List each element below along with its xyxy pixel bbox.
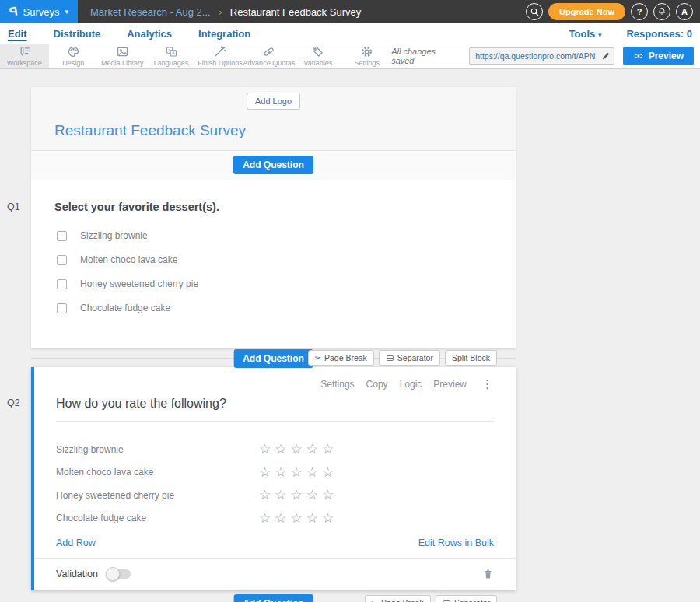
add-logo-button[interactable]: Add Logo [247, 93, 300, 110]
rating-row: Sizzling brownie ☆☆☆☆☆ [56, 438, 494, 461]
tool-media-library[interactable]: Media Library [98, 44, 147, 68]
checkbox[interactable] [57, 231, 67, 241]
breadcrumb-folder[interactable]: Market Research - Aug 2... [90, 6, 211, 18]
star-rating[interactable]: ☆☆☆☆☆ [259, 466, 338, 479]
page-break-button[interactable]: ✂Page Break [308, 350, 374, 366]
scissors-icon: ✂ [315, 354, 321, 362]
survey-url-input[interactable] [470, 51, 597, 61]
question-mark-icon: ? [637, 7, 642, 16]
gear-icon [360, 45, 373, 58]
search-icon [530, 7, 540, 17]
account-avatar[interactable]: A [676, 3, 693, 20]
chevron-down-icon: ▾ [598, 31, 602, 39]
validation-toggle[interactable] [107, 569, 131, 579]
separator-button[interactable]: Separator [436, 595, 497, 602]
question-q2-card: Settings Copy Logic Preview ⋮ How do you… [31, 367, 516, 590]
edit-rows-in-bulk-link[interactable]: Edit Rows in Bulk [418, 537, 494, 548]
star-rating[interactable]: ☆☆☆☆☆ [259, 443, 338, 456]
tab-edit[interactable]: Edit [8, 28, 27, 40]
insert-actions: ✂Page Break Separator [365, 595, 497, 602]
surveys-menu[interactable]: P Surveys ▾ [0, 0, 78, 23]
help-button[interactable]: ? [631, 3, 648, 20]
q1-question-text[interactable]: Select your favorite dessert(s). [54, 201, 492, 213]
palette-icon [67, 45, 80, 58]
top-header: P Surveys ▾ Market Research - Aug 2... ›… [0, 0, 700, 23]
add-question-button-mid[interactable]: Add Question [233, 349, 313, 368]
insert-question-row: Add Question ✂Page Break Separator Split… [31, 349, 516, 366]
tab-analytics[interactable]: Analytics [127, 28, 172, 40]
trash-icon [482, 568, 494, 580]
rating-row: Honey sweetened cherry pie ☆☆☆☆☆ [56, 484, 494, 507]
checkbox[interactable] [57, 255, 67, 265]
preview-button[interactable]: Preview [623, 47, 694, 65]
tab-distribute[interactable]: Distribute [54, 28, 101, 40]
tool-advance-quotas[interactable]: Advance Quotas [244, 44, 293, 68]
separator-icon [386, 354, 394, 362]
tag-icon [311, 45, 324, 58]
survey-card: Add Logo Restaurant Feedback Survey Add … [31, 87, 516, 348]
separator-icon [443, 599, 451, 602]
option-label[interactable]: Molten choco lava cake [80, 254, 177, 265]
question-number-q1: Q1 [7, 201, 20, 212]
breadcrumb: Market Research - Aug 2... › Restaurant … [90, 6, 361, 18]
q2-question-text[interactable]: How do you rate the following? [56, 397, 494, 422]
q2-settings-link[interactable]: Settings [320, 379, 354, 390]
tools-menu[interactable]: Tools ▾ [569, 28, 602, 40]
bell-icon [657, 7, 667, 16]
checkbox[interactable] [57, 279, 67, 289]
tool-languages[interactable]: xA Languages [147, 44, 196, 68]
separator-button[interactable]: Separator [379, 350, 440, 366]
chain-links-icon [262, 45, 275, 58]
section-nav: Edit Distribute Analytics Integration To… [0, 23, 700, 44]
option-label[interactable]: Chocolate fudge cake [80, 303, 170, 313]
tool-settings[interactable]: Settings [342, 44, 391, 68]
question-q1: Select your favorite dessert(s). Sizzlin… [31, 180, 516, 348]
split-block-button[interactable]: Split Block [445, 350, 497, 366]
nav-right: Tools ▾ Responses: 0 [569, 28, 692, 40]
pencil-icon [601, 51, 611, 61]
question-number-q2: Q2 [7, 397, 20, 408]
tool-workspace[interactable]: Workspace [0, 44, 49, 68]
search-button[interactable] [526, 3, 543, 20]
app-window: P Surveys ▾ Market Research - Aug 2... ›… [0, 0, 700, 602]
edit-url-button[interactable] [598, 51, 614, 61]
rating-row-label[interactable]: Chocolate fudge cake [56, 513, 259, 523]
page-break-button[interactable]: ✂Page Break [365, 595, 431, 602]
option-label[interactable]: Honey sweetened cherry pie [80, 278, 198, 289]
q2-copy-link[interactable]: Copy [366, 379, 388, 390]
delete-question-button[interactable] [482, 568, 494, 580]
more-options-icon[interactable]: ⋮ [481, 377, 494, 391]
q1-option-row: Honey sweetened cherry pie [54, 278, 492, 289]
checkbox[interactable] [57, 303, 67, 313]
responses-count[interactable]: Responses: 0 [626, 28, 692, 40]
q1-option-row: Molten choco lava cake [54, 254, 492, 265]
svg-text:A: A [172, 51, 175, 55]
eye-icon [633, 51, 644, 61]
rating-row-label[interactable]: Sizzling brownie [56, 444, 259, 455]
q2-action-bar: Settings Copy Logic Preview ⋮ [56, 377, 494, 391]
notifications-button[interactable] [653, 3, 670, 20]
rating-row-label[interactable]: Molten choco lava cake [56, 467, 259, 478]
rating-row: Molten choco lava cake ☆☆☆☆☆ [56, 461, 494, 485]
tool-variables[interactable]: Variables [293, 44, 342, 68]
q1-option-row: Sizzling brownie [54, 230, 492, 241]
scissors-icon: ✂ [372, 599, 378, 602]
q2-logic-link[interactable]: Logic [400, 379, 422, 390]
add-question-button-bottom[interactable]: Add Question [233, 594, 313, 602]
tool-finish-options[interactable]: Finish Options [196, 44, 245, 68]
tab-integration[interactable]: Integration [198, 28, 250, 40]
rating-row-label[interactable]: Honey sweetened cherry pie [56, 490, 259, 501]
insert-actions: ✂Page Break Separator Split Block [308, 350, 497, 366]
option-label[interactable]: Sizzling brownie [80, 230, 148, 241]
ribbon-toolbar: Workspace Design Media Library xA Langua… [0, 44, 700, 69]
add-question-button-top[interactable]: Add Question [233, 156, 313, 174]
survey-canvas: Q1 Q2 Add Logo Restaurant Feedback Surve… [0, 69, 700, 602]
add-row-link[interactable]: Add Row [56, 537, 96, 548]
star-rating[interactable]: ☆☆☆☆☆ [259, 512, 338, 525]
upgrade-now-button[interactable]: Upgrade Now [548, 3, 625, 20]
insert-question-row: Add Question ✂Page Break Separator [31, 594, 516, 602]
star-rating[interactable]: ☆☆☆☆☆ [259, 488, 338, 502]
q2-preview-link[interactable]: Preview [433, 379, 467, 390]
survey-title[interactable]: Restaurant Feedback Survey [54, 122, 516, 139]
tool-design[interactable]: Design [49, 44, 98, 68]
